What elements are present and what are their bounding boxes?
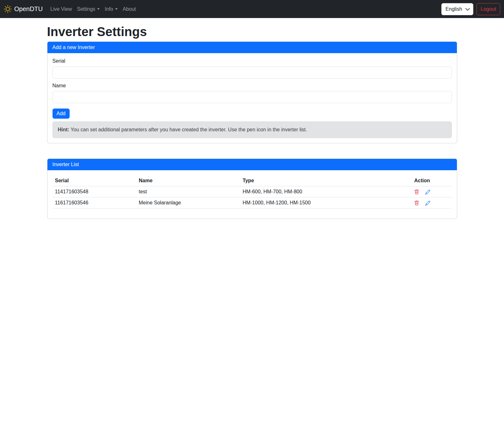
cell-serial: 114171603548 <box>53 186 136 197</box>
name-label: Name <box>53 83 66 89</box>
name-input[interactable] <box>53 91 452 103</box>
cell-action <box>412 186 451 197</box>
serial-input[interactable] <box>53 66 452 78</box>
sun-icon <box>4 5 12 13</box>
navbar-right: English Logout <box>441 3 500 15</box>
nav-menu: Live View Settings Info About <box>48 4 441 15</box>
nav-item-label: Info <box>105 6 113 12</box>
column-header-name: Name <box>136 175 240 186</box>
main-content: Inverter Settings Add a new Inverter Ser… <box>43 25 461 219</box>
inverter-table: Serial Name Type Action 114171603548 tes… <box>53 175 452 209</box>
cell-name: test <box>136 186 240 197</box>
add-button[interactable]: Add <box>53 109 70 119</box>
edit-inverter-button[interactable] <box>425 201 430 206</box>
dropdown-caret-icon <box>97 8 100 10</box>
table-row: 116171603546 Meine Solaranlage HM-1000, … <box>53 197 452 209</box>
pencil-icon <box>425 190 430 195</box>
hint-text: You can set additional parameters after … <box>69 127 307 132</box>
brand-link[interactable]: OpenDTU <box>4 5 43 13</box>
delete-inverter-button[interactable] <box>414 201 419 206</box>
nav-item-label: About <box>123 6 136 12</box>
page-title: Inverter Settings <box>47 25 457 39</box>
cell-type: HM-600, HM-700, HM-800 <box>240 186 412 197</box>
trash-icon <box>414 190 419 195</box>
navbar: OpenDTU Live View Settings Info About En… <box>0 0 504 18</box>
inverter-list-card: Inverter List Serial Name Type Action 11… <box>47 159 457 219</box>
cell-name: Meine Solaranlage <box>136 197 240 209</box>
table-row: 114171603548 test HM-600, HM-700, HM-800 <box>53 186 452 197</box>
nav-item-live-view[interactable]: Live View <box>48 4 74 15</box>
add-inverter-card: Add a new Inverter Serial Name Add Hint:… <box>47 41 457 143</box>
add-inverter-card-header: Add a new Inverter <box>47 42 457 53</box>
cell-serial: 116171603546 <box>53 197 136 209</box>
column-header-type: Type <box>240 175 412 186</box>
brand-label: OpenDTU <box>14 5 43 13</box>
add-inverter-card-body: Serial Name Add Hint: You can set additi… <box>47 53 457 143</box>
edit-inverter-button[interactable] <box>425 190 430 195</box>
language-select[interactable]: English <box>441 3 473 15</box>
serial-label: Serial <box>53 58 65 64</box>
column-header-serial: Serial <box>53 175 136 186</box>
inverter-list-card-body: Serial Name Type Action 114171603548 tes… <box>47 170 457 219</box>
inverter-list-card-header: Inverter List <box>47 159 457 170</box>
hint-prefix: Hint: <box>58 127 69 132</box>
dropdown-caret-icon <box>115 8 118 10</box>
nav-item-settings[interactable]: Settings <box>74 4 102 15</box>
table-header-row: Serial Name Type Action <box>53 175 452 186</box>
trash-icon <box>414 201 419 206</box>
pencil-icon <box>425 201 430 206</box>
nav-item-info[interactable]: Info <box>102 4 120 15</box>
logout-button[interactable]: Logout <box>476 3 500 15</box>
delete-inverter-button[interactable] <box>414 190 419 195</box>
cell-action <box>412 197 451 209</box>
nav-item-label: Live View <box>50 6 72 12</box>
column-header-action: Action <box>412 175 451 186</box>
nav-item-about[interactable]: About <box>120 4 139 15</box>
cell-type: HM-1000, HM-1200, HM-1500 <box>240 197 412 209</box>
hint-alert: Hint: You can set additional parameters … <box>53 122 452 138</box>
nav-item-label: Settings <box>77 6 95 12</box>
